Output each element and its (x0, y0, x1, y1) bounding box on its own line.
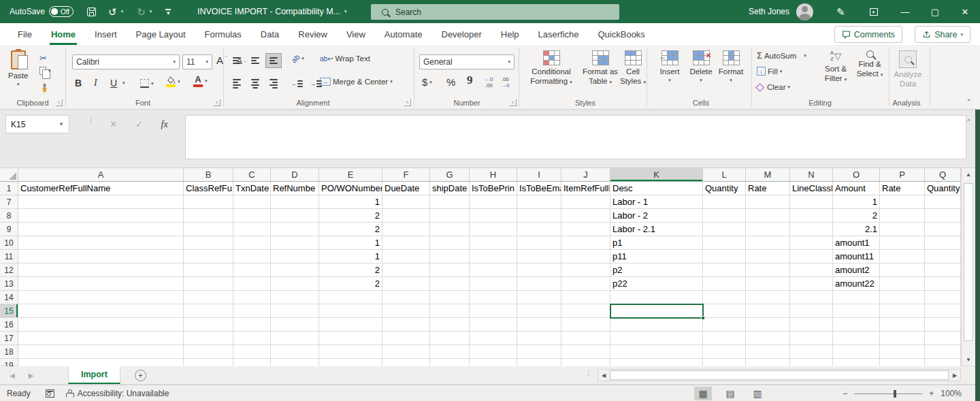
cell-L18[interactable] (703, 345, 746, 359)
merge-center-button[interactable]: ↔ Merge & Center▾ (320, 78, 393, 86)
macro-record-icon[interactable] (46, 389, 54, 398)
cell-C10[interactable] (233, 236, 271, 250)
new-sheet-button[interactable]: + (135, 370, 146, 381)
cell-K17[interactable] (610, 332, 703, 345)
cell-D19[interactable] (271, 359, 319, 366)
cell-B8[interactable] (184, 209, 233, 223)
save-icon[interactable] (87, 7, 96, 16)
cell-H13[interactable] (470, 277, 517, 291)
tab-view[interactable]: View (337, 23, 375, 45)
cell-F14[interactable] (382, 291, 430, 304)
cell-I11[interactable] (517, 250, 561, 263)
cell-K9[interactable]: Labor - 2.1 (610, 223, 703, 236)
cell-I18[interactable] (517, 345, 561, 359)
cell-J10[interactable] (561, 236, 610, 250)
cell-J13[interactable] (561, 277, 610, 291)
undo-chevron-icon[interactable]: ▾ (121, 9, 124, 14)
fill-button[interactable]: ↓Fill▾ (757, 67, 782, 76)
cell-G17[interactable] (430, 332, 470, 345)
pen-sparkle-icon[interactable]: ✎ (836, 7, 845, 17)
cell-E7[interactable]: 1 (319, 195, 382, 209)
cell-F10[interactable] (382, 236, 430, 250)
cell-M12[interactable] (746, 263, 790, 277)
cell-E11[interactable]: 1 (319, 250, 382, 263)
cell-H8[interactable] (470, 209, 517, 223)
row-header-15[interactable]: 15 (0, 304, 18, 318)
cell-E16[interactable] (319, 318, 382, 332)
top-align-button[interactable] (229, 53, 245, 68)
cell-J1[interactable]: ItemRefFullN (561, 182, 610, 195)
cell-I12[interactable] (517, 263, 561, 277)
cell-I8[interactable] (517, 209, 561, 223)
align-left-button[interactable] (229, 76, 245, 91)
row-header-10[interactable]: 10 (0, 236, 18, 250)
cell-G16[interactable] (430, 318, 470, 332)
column-header-A[interactable]: A (18, 168, 184, 182)
cell-N11[interactable] (790, 250, 833, 263)
column-header-C[interactable]: C (233, 168, 271, 182)
column-header-M[interactable]: M (746, 168, 790, 182)
cell-O19[interactable] (833, 359, 880, 366)
column-header-K[interactable]: K (610, 168, 703, 182)
cell-I7[interactable] (517, 195, 561, 209)
cell-D1[interactable]: RefNumbe (271, 182, 319, 195)
cell-K11[interactable]: p11 (610, 250, 703, 263)
cell-G7[interactable] (430, 195, 470, 209)
cell-O10[interactable]: amount1 (833, 236, 880, 250)
cell-N18[interactable] (790, 345, 833, 359)
cell-Q11[interactable] (925, 250, 961, 263)
cell-J11[interactable] (561, 250, 610, 263)
page-break-view-button[interactable]: ▥ (749, 387, 766, 400)
middle-align-button[interactable] (247, 53, 263, 68)
cell-G12[interactable] (430, 263, 470, 277)
share-button[interactable]: Share ▾ (915, 26, 970, 43)
cell-P7[interactable] (880, 195, 925, 209)
cell-D16[interactable] (271, 318, 319, 332)
format-as-table-button[interactable]: Format as Table ▾ (580, 50, 621, 86)
cell-M9[interactable] (746, 223, 790, 236)
horizontal-scroll-thumb[interactable] (610, 370, 949, 380)
italic-button[interactable]: I (94, 78, 97, 89)
cell-A12[interactable] (18, 263, 184, 277)
cell-Q17[interactable] (925, 332, 961, 345)
cell-L16[interactable] (703, 318, 746, 332)
collapse-formula-bar-icon[interactable]: ⌃ (966, 118, 972, 127)
cell-E15[interactable] (319, 304, 382, 318)
font-name-combo[interactable]: Calibri▾ (72, 54, 180, 69)
search-input[interactable]: Search (371, 4, 619, 20)
cell-L17[interactable] (703, 332, 746, 345)
cell-Q13[interactable] (925, 277, 961, 291)
cell-P18[interactable] (880, 345, 925, 359)
zoom-slider-thumb[interactable] (894, 390, 896, 398)
cell-B10[interactable] (184, 236, 233, 250)
column-header-F[interactable]: F (382, 168, 430, 182)
tab-help[interactable]: Help (491, 23, 529, 45)
scroll-left-icon[interactable]: ◀ (598, 372, 609, 379)
cell-A7[interactable] (18, 195, 184, 209)
cell-D8[interactable] (271, 209, 319, 223)
cell-A19[interactable] (18, 359, 184, 366)
cell-J16[interactable] (561, 318, 610, 332)
accessibility-checker[interactable]: Accessibility: Unavailable (65, 389, 169, 398)
cell-G18[interactable] (430, 345, 470, 359)
name-box[interactable]: K15▼ (5, 115, 69, 133)
cell-B9[interactable] (184, 223, 233, 236)
cell-P8[interactable] (880, 209, 925, 223)
format-painter-button[interactable] (39, 83, 50, 93)
cell-N19[interactable] (790, 359, 833, 366)
cell-H7[interactable] (470, 195, 517, 209)
comma-style-button[interactable]: 9 (467, 74, 473, 87)
cell-D13[interactable] (271, 277, 319, 291)
cell-F15[interactable] (382, 304, 430, 318)
column-header-E[interactable]: E (319, 168, 382, 182)
cell-D17[interactable] (271, 332, 319, 345)
ribbon-display-options-icon[interactable]: ▴ (870, 8, 878, 16)
cell-K7[interactable]: Labor - 1 (610, 195, 703, 209)
cell-B13[interactable] (184, 277, 233, 291)
tab-developer[interactable]: Developer (432, 23, 491, 45)
tab-page-layout[interactable]: Page Layout (127, 23, 195, 45)
decrease-decimal-button[interactable]: .00→0 (501, 76, 509, 89)
normal-view-button[interactable]: ▦ (694, 387, 712, 400)
cell-P10[interactable] (880, 236, 925, 250)
cell-N7[interactable] (790, 195, 833, 209)
